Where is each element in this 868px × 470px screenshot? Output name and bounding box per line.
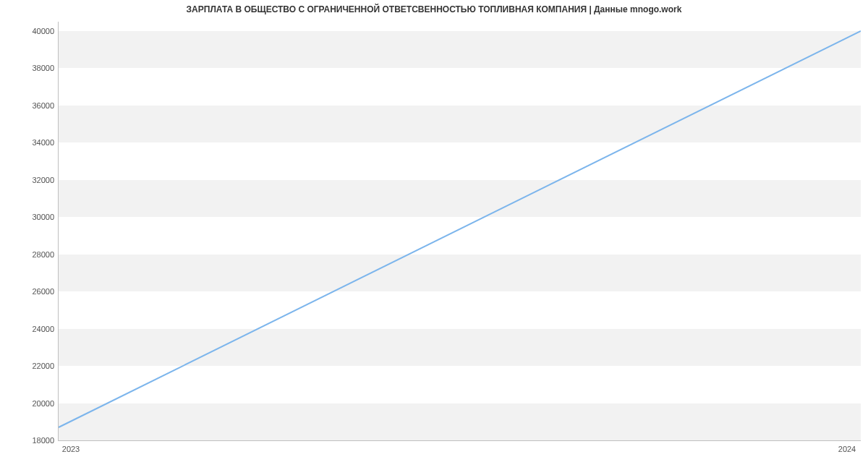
y-tick-label: 34000 [32, 138, 54, 147]
y-axis-ticks: 1800020000220002400026000280003000032000… [0, 22, 54, 441]
y-tick-label: 24000 [32, 325, 54, 333]
y-tick-label: 22000 [32, 362, 54, 370]
line-chart: ЗАРПЛАТА В ОБЩЕСТВО С ОГРАНИЧЕННОЙ ОТВЕТ… [0, 0, 868, 470]
series-line [59, 31, 861, 427]
y-tick-label: 28000 [32, 250, 54, 259]
y-tick-label: 36000 [32, 101, 54, 110]
chart-title: ЗАРПЛАТА В ОБЩЕСТВО С ОГРАНИЧЕННОЙ ОТВЕТ… [0, 4, 868, 14]
y-tick-label: 26000 [32, 287, 54, 296]
x-axis-ticks: 20232024 [58, 445, 861, 459]
x-tick-label: 2023 [62, 445, 80, 453]
y-tick-label: 32000 [32, 176, 54, 184]
y-tick-label: 30000 [32, 213, 54, 221]
y-tick-label: 40000 [32, 27, 54, 35]
x-tick-label: 2024 [838, 445, 856, 453]
data-line [59, 22, 861, 440]
plot-area [58, 22, 861, 441]
y-tick-label: 18000 [32, 436, 54, 445]
y-tick-label: 20000 [32, 399, 54, 408]
y-tick-label: 38000 [32, 64, 54, 72]
